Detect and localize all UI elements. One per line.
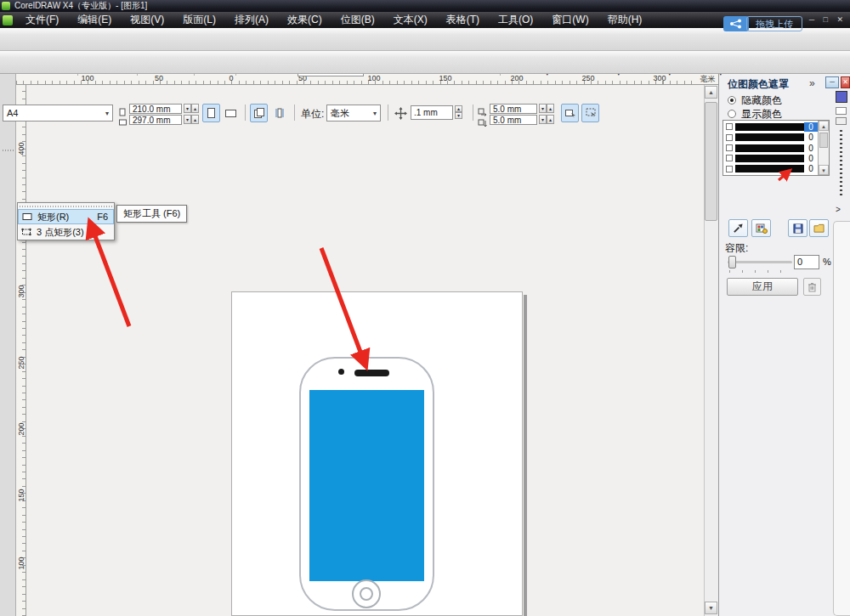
show-colors-radio[interactable]: 显示颜色 (728, 108, 782, 120)
tolerance-slider-track[interactable] (728, 261, 792, 263)
mask-open-button[interactable] (809, 219, 829, 237)
color-mask-row[interactable]: 0 (723, 132, 818, 142)
scroll-down-icon[interactable]: ▼ (819, 165, 829, 175)
docked-doc-icon[interactable] (836, 117, 847, 125)
checkbox-icon[interactable] (726, 155, 733, 161)
portrait-button[interactable] (202, 104, 220, 122)
rectangle-tool-flyout: 矩形(R) F6 3 点矩形(3) (17, 202, 115, 240)
vertical-ruler[interactable]: 400 350 300 250 200 150 100 (16, 85, 26, 616)
menu-edit[interactable]: 编辑(E) (68, 12, 121, 28)
nudge-spinner[interactable]: ▴▾ (455, 105, 462, 119)
phone-speaker-shape[interactable] (354, 370, 389, 376)
mask-save-button[interactable] (788, 219, 808, 237)
phone-home-button-inner-shape[interactable] (360, 587, 373, 601)
percent-label: % (823, 257, 831, 267)
phone-screen-shape[interactable] (309, 390, 424, 581)
duplicate-x-field[interactable]: 5.0 mm (490, 104, 537, 114)
three-point-rectangle-icon (21, 228, 31, 236)
checkbox-icon[interactable] (726, 134, 733, 141)
color-mask-row[interactable]: 0 (723, 164, 818, 174)
checkbox-icon[interactable] (726, 166, 733, 172)
tolerance-value-field[interactable]: 0 (794, 255, 819, 269)
menu-file[interactable]: 文件(F) (16, 12, 68, 28)
menu-bitmaps[interactable]: 位图(B) (332, 12, 384, 28)
shortcut-label: F6 (97, 212, 110, 222)
mask-eyedropper-button[interactable] (728, 219, 748, 237)
duplicate-x-spinner[interactable]: ▾▴ (539, 104, 554, 113)
checkbox-icon[interactable] (726, 144, 733, 151)
scrollbar-thumb[interactable] (705, 102, 717, 221)
mask-edit-color-button[interactable] (751, 219, 771, 237)
paper-height-icon (119, 115, 128, 130)
menu-effects[interactable]: 效果(C) (278, 12, 332, 28)
paper-height-field[interactable]: 297.0 mm (129, 115, 182, 125)
phone-camera-shape[interactable] (338, 369, 344, 375)
paper-width-spinner[interactable]: ▾▴ (184, 104, 199, 113)
paper-combo-arrow-icon: ▾ (105, 110, 109, 117)
delete-mask-button[interactable] (803, 278, 821, 296)
collapsed-palette-panel[interactable] (833, 221, 850, 616)
drag-upload-button[interactable]: 拖拽上传 (723, 16, 802, 31)
menu-window[interactable]: 窗口(W) (542, 12, 598, 28)
color-mask-row[interactable]: 0 (723, 122, 818, 132)
nudge-offset-icon (394, 107, 407, 123)
paper-preset-value: A4 (7, 108, 18, 118)
menu-layout[interactable]: 版面(L) (173, 12, 225, 28)
flyout-item-rectangle[interactable]: 矩形(R) F6 (18, 209, 114, 224)
flyout-grip[interactable] (20, 204, 112, 208)
radio-selected-icon (728, 96, 736, 105)
scrollbar-thumb[interactable] (819, 133, 828, 148)
duplicate-y-spinner[interactable]: ▾▴ (539, 115, 554, 124)
scroll-up-icon[interactable]: ▲ (819, 121, 829, 131)
duplicate-y-field[interactable]: 5.0 mm (490, 115, 537, 125)
treat-as-filled-button[interactable] (561, 104, 579, 122)
docker-minimize-button[interactable]: ─ (825, 76, 839, 88)
units-value: 毫米 (331, 107, 349, 120)
app-icon (2, 2, 10, 10)
menu-tools[interactable]: 工具(O) (489, 12, 542, 28)
paper-height-spinner[interactable]: ▾▴ (184, 115, 199, 124)
document-window-controls[interactable]: ─ □ ✕ (809, 12, 847, 28)
color-mask-row[interactable]: 0 (723, 143, 818, 153)
menu-view[interactable]: 视图(V) (121, 12, 173, 28)
tolerance-slider-thumb[interactable] (728, 256, 736, 268)
palette-expand-icon[interactable]: > (836, 205, 841, 214)
paper-preset-combo[interactable]: A4 ▾ (3, 105, 113, 122)
color-swatch (735, 123, 804, 131)
property-bar: A4 ▾ 210.0 mm ▾▴ 297.0 mm ▾▴ 单位: 毫米 ▾ .1… (0, 51, 850, 74)
color-swatch (735, 165, 804, 172)
units-combo[interactable]: 毫米 ▾ (326, 105, 381, 122)
paper-width-field[interactable]: 210.0 mm (129, 104, 182, 114)
color-swatch (735, 133, 804, 141)
toolbox (0, 74, 16, 616)
checkbox-icon[interactable] (726, 123, 733, 130)
hide-colors-radio[interactable]: 隐藏颜色 (728, 94, 782, 106)
color-mask-row[interactable]: 0 (723, 153, 818, 163)
menu-help[interactable]: 帮助(H) (598, 12, 652, 28)
landscape-button[interactable] (222, 104, 240, 122)
menu-table[interactable]: 表格(T) (437, 12, 489, 28)
docker-collapse-icon[interactable]: » (809, 77, 815, 89)
radio-unselected-icon (728, 110, 736, 118)
docked-doc-icon[interactable] (836, 107, 847, 115)
docked-palette-icon[interactable] (836, 91, 847, 103)
menu-arrange[interactable]: 排列(A) (225, 12, 278, 28)
color-mask-list[interactable]: 0 0 0 0 0 ▲ ▼ (722, 120, 830, 176)
app-window: CorelDRAW X4（专业版）- [图形1] ─ □ ✕ 文件(F) 编辑(… (0, 0, 850, 616)
tolerance-label: 容限: (725, 241, 748, 256)
toolbox-grip[interactable] (3, 150, 14, 151)
mask-list-scrollbar[interactable]: ▲ ▼ (818, 121, 829, 175)
scroll-up-icon[interactable]: ▲ (705, 86, 717, 99)
marquee-select-button[interactable] (581, 104, 599, 122)
units-combo-arrow-icon: ▾ (373, 110, 377, 117)
all-pages-button[interactable] (250, 104, 268, 122)
docker-close-button[interactable]: ✕ (841, 76, 850, 88)
scroll-down-icon[interactable]: ▼ (705, 602, 717, 614)
color-swatch (735, 144, 804, 152)
nudge-offset-field[interactable]: .1 mm (411, 105, 453, 120)
window-title: CorelDRAW X4（专业版）- [图形1] (14, 0, 147, 12)
flyout-item-3point-rectangle[interactable]: 3 点矩形(3) (18, 224, 114, 240)
current-page-button[interactable] (270, 104, 288, 122)
menu-text[interactable]: 文本(X) (384, 12, 437, 28)
apply-button[interactable]: 应用 (727, 278, 798, 296)
